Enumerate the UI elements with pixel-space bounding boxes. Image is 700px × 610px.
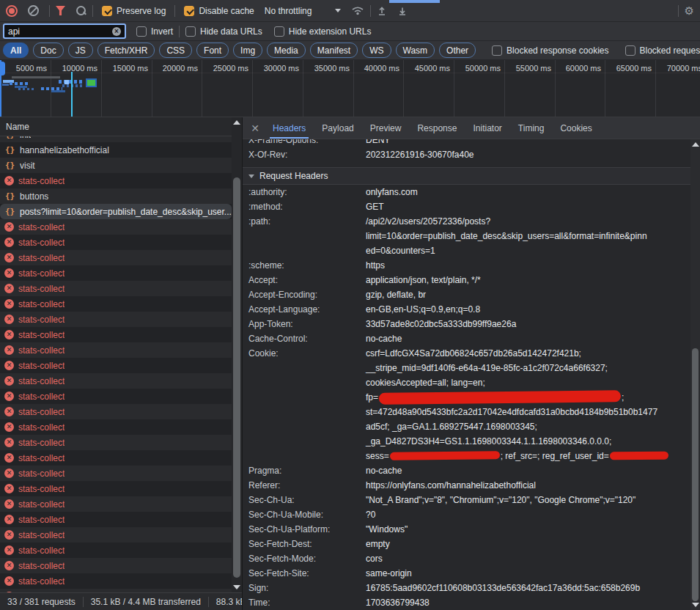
header-value: cors [366,551,690,566]
request-row[interactable]: ✕stats-collect [0,527,232,543]
request-row[interactable]: ✕stats-collect [0,342,232,358]
tab-cookies[interactable]: Cookies [552,117,600,139]
type-filter-img[interactable]: Img [233,43,262,58]
request-row[interactable]: ✕stats-collect [0,312,232,327]
type-filter-js[interactable]: JS [68,43,93,58]
request-row[interactable]: {}init [0,136,232,142]
request-row[interactable]: ✕stats-collect [0,481,232,496]
import-har-icon[interactable] [377,6,387,16]
name-column-header[interactable]: Name [0,117,242,136]
request-row[interactable]: ✕stats-collect [0,450,232,466]
header-row: Sec-Ch-Ua:"Not_A Brand";v="8", "Chromium… [243,493,690,507]
disable-cache-checkbox[interactable]: Disable cache [184,6,254,16]
request-row[interactable]: ✕stats-collect [0,543,232,558]
header-name: Accept-Encoding: [248,287,366,302]
hide-extension-urls-label: Hide extension URLs [289,26,372,37]
throttling-select[interactable]: No throttling [265,6,342,16]
request-row[interactable]: ✕stats-collect [0,389,232,404]
checkbox-icon[interactable] [625,45,635,56]
scroll-down-icon[interactable] [690,600,700,610]
type-filter-css[interactable]: CSS [159,43,192,58]
request-name: stats-collect [18,484,65,494]
header-row: Sec-Fetch-Mode:cors [243,551,690,566]
request-row[interactable]: ✕stats-collect [0,296,232,312]
request-row[interactable]: ✕stats-collect [0,466,232,481]
type-filter-fetch-xhr[interactable]: Fetch/XHR [97,43,155,58]
details-scrollbar[interactable] [690,139,700,610]
request-row[interactable]: ✕stats-collect [0,281,232,296]
request-row[interactable]: ✕stats-collect [0,327,232,342]
tab-initiator[interactable]: Initiator [465,117,509,139]
tab-headers[interactable]: Headers [265,117,314,139]
request-row[interactable]: {}visit [0,158,232,173]
record-button[interactable] [6,5,18,17]
type-filter-wasm[interactable]: Wasm [396,43,435,58]
scrollbar-thumb[interactable] [692,348,699,601]
tab-preview[interactable]: Preview [362,117,410,139]
hide-extension-urls-checkbox[interactable]: Hide extension URLs [274,26,372,37]
request-row[interactable]: ✕stats-collect [0,219,232,235]
type-filter-all[interactable]: All [3,43,29,58]
type-filter-other[interactable]: Other [439,43,476,58]
request-row[interactable]: {}posts?limit=10&order=publish_date_desc… [0,204,232,219]
header-value-line: 1703636799438 [366,595,690,610]
checkbox-icon[interactable] [185,26,196,37]
request-row[interactable]: ✕stats-collect [0,496,232,512]
close-icon[interactable]: ✕ [246,117,265,139]
checkbox-icon[interactable] [136,26,147,37]
request-row[interactable]: ✕stats-collect [0,573,232,589]
header-value-line: GET [366,199,690,214]
request-row[interactable]: ✕stats-collect [0,373,232,389]
scroll-up-icon[interactable] [690,139,700,150]
request-headers-section[interactable]: Request Headers [243,167,690,185]
request-name: stats-collect [18,561,65,571]
checkbox-icon[interactable] [274,26,284,37]
error-icon: ✕ [4,499,14,509]
request-row[interactable]: ✕stats-collect [0,173,232,188]
checkbox-checked-icon[interactable] [102,6,112,16]
request-row[interactable]: ✕stats-collect [0,558,232,573]
header-value-text: ; ref_src=; reg_ref_user_id= [501,451,609,461]
search-icon[interactable] [75,5,86,16]
scrollbar-thumb[interactable] [233,177,240,578]
clear-button[interactable] [28,5,39,16]
filter-blocked-response-cookies[interactable]: Blocked response cookies [492,45,608,56]
request-row[interactable]: ✕stats-collect [0,512,232,527]
request-list-scrollbar[interactable] [232,117,242,592]
tab-timing[interactable]: Timing [510,117,553,139]
timeline-overview[interactable]: 5000 ms10000 ms15000 ms20000 ms25000 ms3… [0,60,700,117]
filter-input[interactable]: api × [3,23,126,39]
checkbox-checked-icon[interactable] [184,6,194,16]
clear-filter-icon[interactable]: × [112,27,121,36]
scroll-down-icon[interactable] [232,582,242,592]
request-row[interactable]: {}buttons [0,188,232,204]
filter-toggle-icon[interactable] [56,6,65,15]
hide-data-urls-checkbox[interactable]: Hide data URLs [185,26,262,37]
type-filter-media[interactable]: Media [267,43,306,58]
request-row[interactable]: ✕stats-collect [0,265,232,281]
request-row[interactable]: ✕stats-collect [0,419,232,435]
type-filter-ws[interactable]: WS [362,43,391,58]
request-row[interactable]: ✕stats-collect [0,435,232,450]
request-row[interactable]: ✕stats-collect [0,250,232,265]
type-filter-font[interactable]: Font [196,43,229,58]
request-row[interactable]: {}hannahelizabethofficial [0,142,232,158]
overview-range-handle[interactable] [0,62,5,76]
request-row[interactable]: ✕stats-collect [0,358,232,373]
header-value: /api2/v2/users/20572336/posts?limit=10&o… [366,214,690,258]
filter-blocked-requests[interactable]: Blocked requests [625,45,700,56]
request-row[interactable]: ✕stats-collect [0,235,232,250]
settings-gear-icon[interactable]: ⚙ [685,5,694,16]
type-filter-doc[interactable]: Doc [33,43,63,58]
export-har-icon[interactable] [397,6,408,16]
type-filter-manifest[interactable]: Manifest [310,43,358,58]
checkbox-icon[interactable] [492,45,502,56]
preserve-log-checkbox[interactable]: Preserve log [102,6,166,16]
network-conditions-icon[interactable] [351,5,364,16]
header-value-text: __stripe_mid=9df140f6-e64a-419e-85fc-a1c… [366,363,608,373]
invert-checkbox[interactable]: Invert [136,26,173,37]
scroll-up-icon[interactable] [232,117,242,128]
tab-response[interactable]: Response [409,117,465,139]
tab-payload[interactable]: Payload [314,117,361,139]
request-row[interactable]: ✕stats-collect [0,404,232,419]
